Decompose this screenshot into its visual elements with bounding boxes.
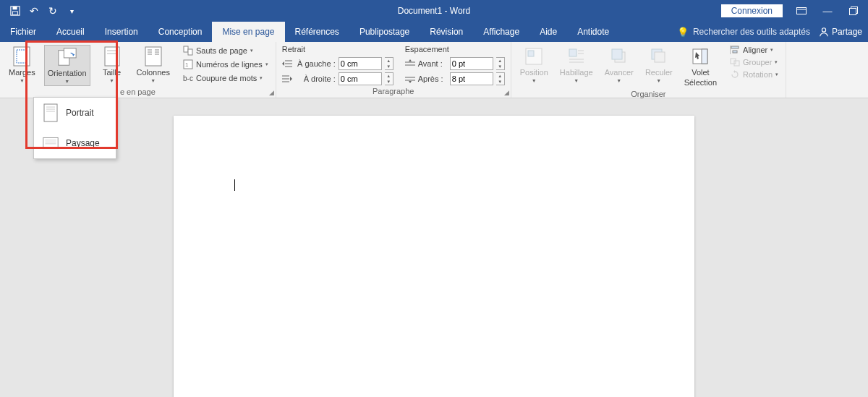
aligner-button[interactable]: Aligner ▾ xyxy=(728,45,780,55)
retrait-droite-input[interactable] xyxy=(339,72,382,85)
svg-rect-49 xyxy=(702,49,707,64)
svg-point-7 xyxy=(822,28,825,32)
svg-text:1: 1 xyxy=(185,61,189,68)
qat-customize-icon[interactable]: ▾ xyxy=(65,4,78,17)
window-title: Document1 - Word xyxy=(398,6,470,16)
svg-rect-38 xyxy=(528,51,534,56)
svg-rect-3 xyxy=(797,8,807,14)
chevron-down-icon: ▼ xyxy=(20,78,25,83)
tab-conception[interactable]: Conception xyxy=(148,22,213,42)
retrait-droite-row: À droite : ▲▼ xyxy=(282,72,393,85)
orientation-dropdown: Portrait Paysage xyxy=(33,97,116,159)
lightbulb-icon: 💡 xyxy=(677,27,689,38)
habillage-button: Habillage ▼ xyxy=(557,45,596,85)
dialog-launcher-icon[interactable]: ◢ xyxy=(269,89,274,96)
undo-icon[interactable]: ↶ xyxy=(27,4,41,17)
numeros-lignes-button[interactable]: 1 Numéros de lignes ▾ xyxy=(182,59,270,70)
tab-revision[interactable]: Révision xyxy=(420,22,473,42)
maximize-icon[interactable] xyxy=(846,4,861,18)
title-bar: ↶ ↻ ▾ Document1 - Word Connexion — xyxy=(0,0,868,22)
dialog-launcher-icon[interactable]: ◢ xyxy=(504,89,509,96)
svg-rect-47 xyxy=(655,52,665,62)
svg-rect-6 xyxy=(850,9,856,15)
line-numbers-icon: 1 xyxy=(183,59,193,69)
svg-rect-22 xyxy=(184,46,188,52)
tab-mise-en-page[interactable]: Mise en page xyxy=(212,22,284,42)
svg-rect-11 xyxy=(64,48,76,58)
spinner[interactable]: ▲▼ xyxy=(496,57,505,70)
ribbon-display-icon[interactable] xyxy=(794,4,809,18)
chevron-down-icon: ▼ xyxy=(150,78,156,83)
orientation-icon xyxy=(57,47,77,67)
spinner[interactable]: ▲▼ xyxy=(385,57,393,70)
tabs-bar: Fichier Accueil Insertion Conception Mis… xyxy=(0,22,868,42)
paysage-label: Paysage xyxy=(66,138,100,148)
taille-button[interactable]: Taille ▼ xyxy=(96,45,128,85)
share-button[interactable]: Partage xyxy=(819,27,862,37)
position-button: Position ▼ xyxy=(517,45,551,85)
marges-icon xyxy=(12,46,32,67)
retrait-heading: Retrait xyxy=(282,45,393,54)
tab-references[interactable]: Références xyxy=(285,22,349,42)
svg-rect-39 xyxy=(569,49,576,56)
ribbon: Marges ▼ Orientation ▼ Taille ▼ xyxy=(0,42,868,98)
colonnes-button[interactable]: Colonnes ▼ xyxy=(134,45,173,85)
tab-accueil[interactable]: Accueil xyxy=(46,22,95,42)
taille-icon xyxy=(102,46,122,67)
orientation-portrait-item[interactable]: Portrait xyxy=(34,98,116,128)
grouper-button: Grouper ▾ xyxy=(728,57,780,67)
quick-access-toolbar: ↶ ↻ ▾ xyxy=(0,4,78,17)
espacement-apres-input[interactable] xyxy=(450,72,493,85)
portrait-label: Portrait xyxy=(66,108,94,118)
retrait-gauche-input[interactable] xyxy=(339,57,382,70)
group-label-mise-en-page: e en page xyxy=(6,86,270,98)
tab-affichage[interactable]: Affichage xyxy=(473,22,529,42)
tab-insertion[interactable]: Insertion xyxy=(95,22,148,42)
tab-fichier[interactable]: Fichier xyxy=(0,22,46,42)
chevron-down-icon: ▼ xyxy=(109,78,114,83)
volet-selection-button[interactable]: Volet Sélection xyxy=(681,45,720,88)
connexion-button[interactable]: Connexion xyxy=(721,4,783,17)
orientation-button[interactable]: Orientation ▼ xyxy=(44,45,90,86)
espacement-heading: Espacement xyxy=(405,45,505,54)
document-page[interactable] xyxy=(174,116,694,397)
document-area xyxy=(0,98,868,397)
rotation-button: Rotation ▾ xyxy=(728,69,780,80)
svg-rect-45 xyxy=(612,49,622,59)
redo-icon[interactable]: ↻ xyxy=(46,4,59,17)
svg-rect-51 xyxy=(733,51,737,53)
tell-me-text: Rechercher des outils adaptés xyxy=(693,27,810,37)
svg-rect-50 xyxy=(731,46,739,48)
group-mise-en-page: Marges ▼ Orientation ▼ Taille ▼ xyxy=(0,42,276,98)
retrait-gauche-row: À gauche : ▲▼ xyxy=(282,57,393,70)
text-cursor xyxy=(234,179,235,191)
espacement-avant-input[interactable] xyxy=(450,57,493,70)
minimize-icon[interactable]: — xyxy=(820,4,835,18)
svg-rect-23 xyxy=(188,49,192,55)
coupure-mots-button[interactable]: b‑c Coupure de mots ▾ xyxy=(182,72,270,84)
tab-antidote[interactable]: Antidote xyxy=(567,22,619,42)
person-icon xyxy=(819,27,829,37)
spinner[interactable]: ▲▼ xyxy=(385,72,393,85)
chevron-down-icon: ▾ xyxy=(265,61,268,67)
tell-me-search[interactable]: 💡 Rechercher des outils adaptés xyxy=(677,27,810,38)
indent-right-icon xyxy=(282,74,292,83)
chevron-down-icon: ▼ xyxy=(64,79,69,84)
espacement-avant-row: Avant : ▲▼ xyxy=(405,57,505,70)
marges-button[interactable]: Marges ▼ xyxy=(6,45,38,85)
share-label: Partage xyxy=(832,27,862,37)
chevron-down-icon: ▾ xyxy=(260,75,263,81)
save-icon[interactable] xyxy=(9,4,22,17)
svg-rect-1 xyxy=(13,7,17,9)
sauts-de-page-button[interactable]: Sauts de page ▾ xyxy=(182,45,270,56)
bring-forward-icon xyxy=(609,46,629,67)
spinner[interactable]: ▲▼ xyxy=(496,72,505,85)
tab-publipostage[interactable]: Publipostage xyxy=(349,22,420,42)
espacement-apres-row: Après : ▲▼ xyxy=(405,72,505,85)
chevron-down-icon: ▾ xyxy=(250,48,253,54)
tab-aide[interactable]: Aide xyxy=(529,22,567,42)
indent-left-icon xyxy=(282,59,292,68)
align-icon xyxy=(730,46,740,54)
orientation-paysage-item[interactable]: Paysage xyxy=(34,128,116,158)
habillage-icon xyxy=(566,46,587,67)
